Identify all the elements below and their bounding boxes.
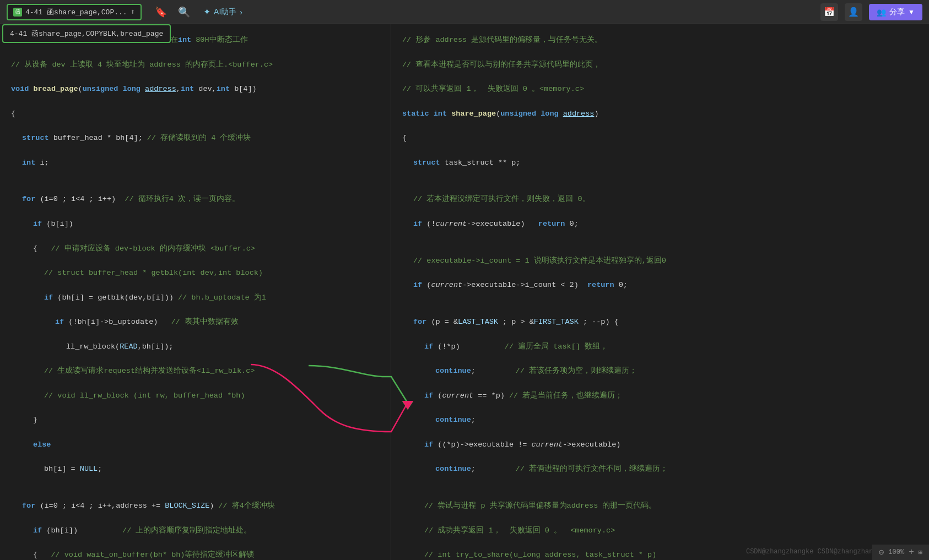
share-button[interactable]: 👥 分享 ▼ xyxy=(869,4,922,20)
active-tab[interactable]: 函 4-41 函share_page,COP... ⬆ xyxy=(7,4,142,20)
search-icon[interactable]: 🔍 xyxy=(178,6,190,18)
share-icon: 👥 xyxy=(877,8,886,17)
tab-dropdown[interactable]: 4-41 函share_page,COPYBLK,bread_page xyxy=(2,24,171,43)
bookmark-icon[interactable]: 🔖 xyxy=(155,6,167,18)
right-code-area: // 形参 address 是源代码里的偏移量，与任务号无关。 // 查看本进程… xyxy=(391,30,929,560)
ai-assistant-button[interactable]: ✦ AI助手 › xyxy=(199,4,247,19)
left-code-block: // addr 既是物理地址也是线性地址，因本函在int 80H中断态工作 //… xyxy=(11,34,380,560)
right-code-block: // 形参 address 是源代码里的偏移量，与任务号无关。 // 查看本进程… xyxy=(402,34,918,560)
ai-logo-icon: ✦ xyxy=(203,7,210,17)
right-code-panel: // 形参 address 是源代码里的偏移量，与任务号无关。 // 查看本进程… xyxy=(391,24,929,560)
zoom-in-icon[interactable]: + xyxy=(909,547,914,557)
main-content: // addr 既是物理地址也是线性地址，因本函在int 80H中断态工作 //… xyxy=(0,24,929,560)
toolbar-icons: 🔖 🔍 xyxy=(155,6,190,18)
left-code-panel: // addr 既是物理地址也是线性地址，因本函在int 80H中断态工作 //… xyxy=(0,24,391,560)
top-right-actions: 📅 👤 👥 分享 ▼ xyxy=(820,3,922,21)
tab-dropdown-label: 4-41 函share_page,COPYBLK,bread_page xyxy=(10,30,163,38)
bottom-bar: ⊖ 100% + ⊞ xyxy=(872,545,929,560)
ai-arrow-icon: › xyxy=(240,8,242,17)
left-code-area: // addr 既是物理地址也是线性地址，因本函在int 80H中断态工作 //… xyxy=(0,30,391,560)
tab-label: 4-41 函share_page,COP... xyxy=(25,7,127,17)
tab-close-icon[interactable]: ⬆ xyxy=(131,7,135,17)
ai-label: AI助手 xyxy=(214,7,236,17)
share-label: 分享 xyxy=(889,7,905,17)
watermark: CSDN@zhangzhangke CSDN@zhangzhangke xyxy=(746,548,885,556)
zoom-out-icon[interactable]: ⊖ xyxy=(879,547,884,558)
zoom-level: 100% xyxy=(888,548,904,556)
tab-icon: 函 xyxy=(13,8,22,17)
calendar-icon-button[interactable]: 📅 xyxy=(820,3,838,21)
top-bar: 函 4-41 函share_page,COP... ⬆ 🔖 🔍 ✦ AI助手 ›… xyxy=(0,0,929,24)
share-chevron-icon: ▼ xyxy=(908,8,915,16)
user-icon-button[interactable]: 👤 xyxy=(845,3,862,21)
zoom-fit-icon[interactable]: ⊞ xyxy=(919,548,922,557)
